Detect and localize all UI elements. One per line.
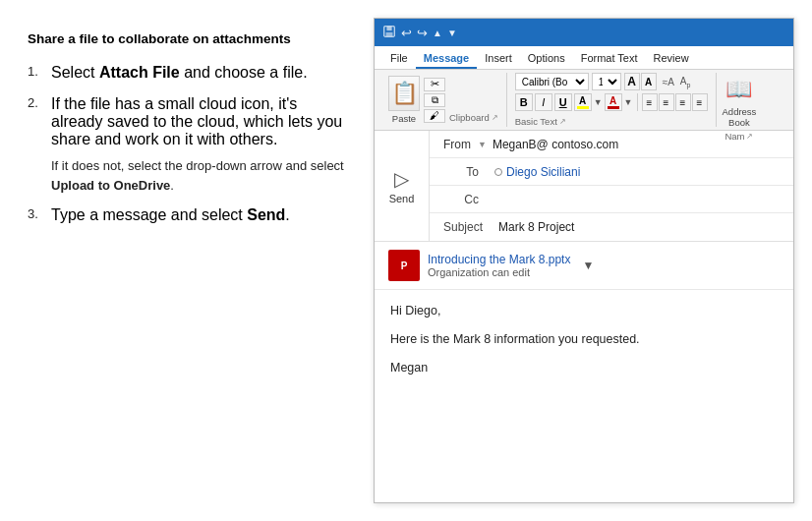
font-row1: Calibri (Bo 11 A A ≈A Ap (515, 73, 691, 90)
paste-sub-icons: ✂ ⧉ 🖌 (424, 78, 445, 123)
attachment-dropdown-icon[interactable]: ▼ (582, 259, 594, 272)
paste-button[interactable]: 📋 (388, 76, 420, 111)
align-left-button[interactable]: ≡ (642, 93, 658, 111)
pptx-label: P (401, 260, 408, 271)
step-2-num: 2. (28, 95, 43, 148)
redo-icon[interactable]: ↪ (417, 26, 428, 40)
format-row: B I U A ▼ A ▼ ≡ ≡ ≡ ≡ (515, 93, 708, 111)
fields-column: From ▼ MeganB@ contoso.com To Diego Sici… (430, 131, 793, 241)
step-3-text: Type a message and select Send. (51, 206, 346, 224)
step-3: 3. Type a message and select Send. (28, 206, 346, 224)
title-bar-icons: ↩ ↪ ▲ ▼ (382, 25, 457, 41)
tab-format-text[interactable]: Format Text (573, 48, 646, 69)
step-2-sub: If it does not, select the drop-down arr… (51, 156, 346, 195)
outlook-window: ↩ ↪ ▲ ▼ File Message Insert Options Form… (374, 18, 794, 503)
attachment-sub-label: Organization can edit (428, 266, 570, 278)
subject-value[interactable]: Mark 8 Project (493, 216, 793, 238)
step-2: 2. If the file has a small cloud icon, i… (28, 95, 346, 148)
email-header: ▷ Send From ▼ MeganB@ contoso.com (375, 131, 793, 242)
up-arrow-icon[interactable]: ▲ (433, 28, 442, 38)
highlight-dropdown[interactable]: ▼ (594, 97, 603, 107)
send-button[interactable]: ▷ Send (375, 131, 430, 241)
body-line-1: Hi Diego, (390, 302, 778, 320)
paste-label: Paste (392, 113, 416, 124)
format-painter-button[interactable]: 🖌 (424, 109, 445, 123)
font-color-button[interactable]: A (605, 93, 622, 111)
align-justify-button[interactable]: ≡ (692, 93, 708, 111)
basic-text-footer: Basic Text ↗ (515, 116, 566, 127)
subject-label: Subject (430, 216, 493, 238)
tab-insert[interactable]: Insert (477, 48, 520, 69)
ribbon-tabs: File Message Insert Options Format Text … (375, 46, 793, 70)
title-bar: ↩ ↪ ▲ ▼ (375, 19, 793, 46)
italic-button[interactable]: I (535, 93, 552, 111)
to-label: To (430, 161, 489, 183)
from-dropdown[interactable]: From ▼ (430, 138, 487, 151)
body-line-2: Here is the Mark 8 information you reque… (390, 330, 778, 349)
step-1: 1. Select Attach File and choose a file. (28, 64, 346, 82)
clipboard-expand-icon[interactable]: ↗ (492, 113, 498, 122)
from-chevron-icon: ▼ (478, 140, 487, 149)
font-grow-button[interactable]: A (624, 73, 640, 90)
names-group: 📖 AddressBook Nam ↗ (717, 73, 763, 127)
highlight-color-button[interactable]: A (574, 93, 592, 111)
send-column: ▷ Send From ▼ MeganB@ contoso.com (375, 131, 793, 241)
font-family-select[interactable]: Calibri (Bo (515, 73, 589, 90)
email-body[interactable]: Hi Diego, Here is the Mark 8 information… (375, 290, 793, 502)
to-contact-link[interactable]: Diego Siciliani (506, 165, 580, 179)
pptx-icon: P (388, 250, 420, 281)
to-row: To Diego Siciliani (430, 158, 793, 186)
text-effects-button[interactable]: Ap (680, 76, 691, 88)
undo-icon[interactable]: ↩ (401, 26, 412, 40)
underline-button[interactable]: U (554, 93, 572, 111)
clipboard-group: 📋 Paste ✂ ⧉ 🖌 Clipboard ↗ (380, 73, 507, 127)
body-line-3: Megan (390, 359, 778, 377)
attachment-name-link[interactable]: Introducing the Mark 8.pptx (428, 253, 570, 266)
step-2-text: If the file has a small cloud icon, it's… (51, 95, 346, 148)
step-3-num: 3. (28, 206, 43, 224)
basic-text-expand-icon[interactable]: ↗ (559, 117, 566, 126)
attachment-area: P Introducing the Mark 8.pptx Organizati… (375, 242, 793, 290)
to-value: Diego Siciliani (489, 161, 793, 183)
address-book-label: AddressBook (723, 106, 757, 129)
align-right-button[interactable]: ≡ (675, 93, 691, 111)
cc-row: Cc (430, 186, 793, 213)
address-book-icon[interactable]: 📖 (725, 77, 752, 102)
clipboard-label: Clipboard (449, 112, 490, 123)
cut-button[interactable]: ✂ (424, 78, 445, 91)
left-panel: Share a file to collaborate on attachmen… (0, 0, 374, 521)
step-1-num: 1. (28, 64, 43, 82)
tab-options[interactable]: Options (520, 48, 573, 69)
cc-value[interactable] (489, 196, 793, 203)
font-size-select[interactable]: 11 (592, 73, 621, 90)
font-shrink-button[interactable]: A (641, 73, 657, 90)
font-color-dropdown[interactable]: ▼ (624, 97, 633, 107)
svg-rect-2 (386, 31, 393, 35)
save-icon[interactable] (382, 25, 396, 41)
from-value: MeganB@ contoso.com (487, 134, 793, 155)
tab-message[interactable]: Message (416, 48, 477, 69)
font-grow-shrink: A A (624, 73, 657, 90)
font-group: Calibri (Bo 11 A A ≈A Ap B I U A (507, 73, 717, 127)
divider-1 (637, 93, 638, 111)
cc-label: Cc (430, 189, 489, 210)
clear-formatting-button[interactable]: ≈A (660, 77, 677, 87)
from-label: From (430, 138, 475, 151)
align-center-button[interactable]: ≡ (659, 93, 674, 111)
svg-rect-1 (386, 26, 391, 29)
copy-button[interactable]: ⧉ (424, 93, 445, 107)
ribbon-toolbar: 📋 Paste ✂ ⧉ 🖌 Clipboard ↗ Calibri (Bo (375, 70, 793, 131)
basic-text-label: Basic Text (515, 116, 557, 127)
tab-file[interactable]: File (382, 48, 416, 69)
send-label: Send (389, 193, 415, 204)
bold-button[interactable]: B (515, 93, 533, 111)
attachment-info: Introducing the Mark 8.pptx Organization… (428, 253, 570, 278)
email-compose-area: ▷ Send From ▼ MeganB@ contoso.com (375, 131, 793, 502)
tab-review[interactable]: Review (646, 48, 697, 69)
from-row: From ▼ MeganB@ contoso.com (430, 131, 793, 158)
subject-row: Subject Mark 8 Project (430, 213, 793, 241)
to-radio-icon (494, 168, 502, 176)
send-arrow-icon: ▷ (394, 167, 409, 191)
down-arrow-icon[interactable]: ▼ (447, 28, 457, 38)
align-buttons: ≡ ≡ ≡ ≡ (642, 93, 708, 111)
